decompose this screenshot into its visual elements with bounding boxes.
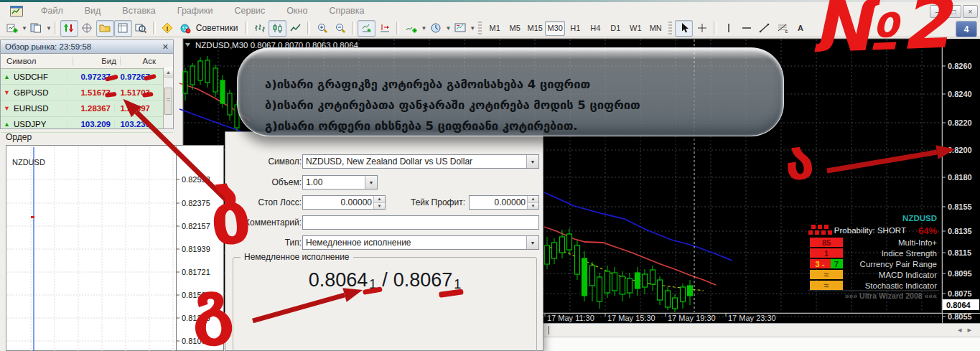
chevron-down-icon[interactable]: ▼: [526, 155, 538, 168]
column-bid[interactable]: Бид: [73, 57, 120, 65]
menu-item[interactable]: Окно: [276, 6, 318, 16]
scroll-up-icon[interactable]: ▲: [164, 67, 173, 78]
chevron-down-icon[interactable]: ▼: [526, 236, 538, 249]
spin-down-icon[interactable]: ▼: [528, 203, 538, 210]
spin-up-icon[interactable]: ▲: [528, 196, 538, 203]
chevron-down-icon[interactable]: ▼: [365, 176, 377, 189]
zoom-in-icon[interactable]: [313, 20, 331, 37]
ask-value: 1.51703: [114, 88, 154, 97]
indicator-badge: 1: [824, 249, 829, 258]
type-combobox[interactable]: Немедленное исполнение ▼: [302, 235, 539, 250]
chart-shift-icon[interactable]: [375, 20, 393, 37]
terminal-icon[interactable]: [96, 20, 114, 37]
candle: [213, 68, 218, 92]
scrollbar-arrows[interactable]: ◂▸: [958, 325, 977, 334]
expert-advisors-icon[interactable]: [177, 20, 195, 37]
chart-bars-icon[interactable]: [251, 20, 269, 37]
stoploss-spinner[interactable]: 0.00000 ▲▼: [302, 195, 386, 210]
menu-item[interactable]: Вид: [74, 6, 112, 16]
menu-item[interactable]: Файл: [30, 6, 74, 16]
chart-candles-icon[interactable]: [269, 20, 286, 37]
timeframe-h1[interactable]: H1: [565, 21, 585, 36]
stoploss-value: 0.00000: [303, 197, 373, 207]
profiles-icon[interactable]: [27, 20, 45, 37]
timeframe-m30[interactable]: M30: [545, 21, 565, 36]
chat-notification-icon[interactable]: 4: [956, 21, 977, 37]
market-watch-row[interactable]: ▲USDCHF0.972370.97267: [1, 69, 173, 85]
text-label-icon[interactable]: A: [791, 20, 809, 37]
volume-combobox[interactable]: 1.00 ▼: [302, 175, 378, 189]
market-watch-row[interactable]: ▼GBPUSD1.516731.51703: [1, 85, 173, 100]
spinner-arrows[interactable]: ▲▼: [373, 196, 385, 209]
chart-line-icon[interactable]: [286, 20, 304, 37]
timeframe-w1[interactable]: W1: [625, 21, 645, 36]
menu-item[interactable]: Сервис: [224, 6, 276, 16]
menu-item[interactable]: Графики: [167, 6, 224, 16]
timeframe-m1[interactable]: M1: [485, 21, 505, 36]
auto-scroll-icon[interactable]: [358, 20, 375, 37]
new-chart-icon[interactable]: [3, 20, 21, 37]
bubble-line-1: ა)ისარი გრაფიკზე კოტირება გამოისახება 4 …: [265, 74, 763, 95]
chevron-down-icon[interactable]: ▼: [470, 25, 475, 32]
expert-advisors-label[interactable]: Советники: [196, 23, 238, 33]
timeframe-d1[interactable]: D1: [605, 21, 625, 36]
bid-value: 103.209: [67, 120, 114, 128]
spin-down-icon[interactable]: ▼: [374, 203, 385, 210]
navigator-icon[interactable]: [78, 20, 96, 37]
takeprofit-spinner[interactable]: 0.00000 ▲▼: [469, 195, 539, 210]
toolbar-grip[interactable]: [478, 22, 482, 34]
quote-separator: /: [382, 269, 388, 291]
timeframe-m5[interactable]: M5: [505, 21, 525, 36]
timeframe-h4[interactable]: H4: [585, 21, 605, 36]
chevron-down-icon[interactable]: ▼: [22, 25, 27, 32]
data-window-icon[interactable]: [114, 20, 132, 37]
market-watch-scrollbar[interactable]: ▲: [163, 67, 173, 128]
zoom-out-icon[interactable]: [331, 20, 349, 37]
spin-up-icon[interactable]: ▲: [374, 196, 385, 203]
close-icon[interactable]: ×: [963, 5, 978, 18]
market-watch-row[interactable]: ▼EURUSD1.283671.28397: [1, 100, 173, 116]
indicators-icon[interactable]: [402, 20, 420, 37]
cursor-icon[interactable]: [675, 20, 693, 37]
templates-icon[interactable]: [451, 20, 469, 37]
fibonacci-icon[interactable]: E: [773, 20, 791, 37]
restore-icon[interactable]: □: [946, 5, 961, 18]
column-ask[interactable]: Аск: [120, 57, 159, 65]
scroll-thumb[interactable]: [164, 88, 172, 115]
toolbar-separator: [55, 22, 57, 34]
crosshair-icon[interactable]: [693, 20, 711, 37]
menu-item[interactable]: Вставка: [111, 6, 166, 16]
trendline-icon[interactable]: [755, 20, 773, 37]
ask-value: 0.97267: [114, 72, 154, 81]
chevron-down-icon[interactable]: ▼: [46, 25, 52, 32]
chevron-down-icon[interactable]: ▼: [421, 25, 426, 32]
arrow-down-icon: ▼: [4, 89, 14, 96]
toolbar-separator: [352, 22, 355, 34]
comment-input[interactable]: [302, 215, 539, 230]
toolbar-grip[interactable]: [668, 22, 672, 34]
timeframe-mn[interactable]: MN: [645, 21, 666, 36]
menu-item[interactable]: Справка: [318, 6, 375, 16]
column-symbol[interactable]: Символ: [1, 57, 73, 65]
candle: [673, 298, 678, 309]
periods-icon[interactable]: [426, 20, 444, 37]
indicator-footer: »»» Ultra Wizard 2008 «««: [845, 291, 937, 300]
chevron-down-icon[interactable]: ▼: [445, 25, 451, 32]
mini-price-label: 0.81503: [182, 291, 210, 299]
market-watch-row[interactable]: ▲USDJPY103.209103.239: [1, 117, 173, 133]
horizontal-line-icon[interactable]: [737, 20, 755, 37]
market-watch-icon[interactable]: [60, 20, 78, 37]
volume-label: Объем:: [227, 177, 302, 187]
symbol-combobox[interactable]: NZDUSD, New Zealand Dollar vs US Dollar …: [302, 154, 539, 169]
symbol-label: Символ:: [227, 156, 302, 167]
spinner-arrows[interactable]: ▲▼: [527, 196, 538, 209]
timeframe-m15[interactable]: M15: [525, 21, 545, 36]
market-watch-title: Обзор рынка: 23:59:58 ✕: [1, 40, 173, 54]
close-icon[interactable]: ✕: [162, 42, 169, 52]
candle: [620, 276, 625, 294]
mini-price-label: 0.81067: [182, 337, 210, 345]
new-order-icon[interactable]: !: [159, 20, 177, 37]
strategy-tester-icon[interactable]: [132, 20, 150, 37]
vertical-line-icon[interactable]: [719, 20, 737, 37]
minimize-icon[interactable]: –: [930, 5, 945, 18]
